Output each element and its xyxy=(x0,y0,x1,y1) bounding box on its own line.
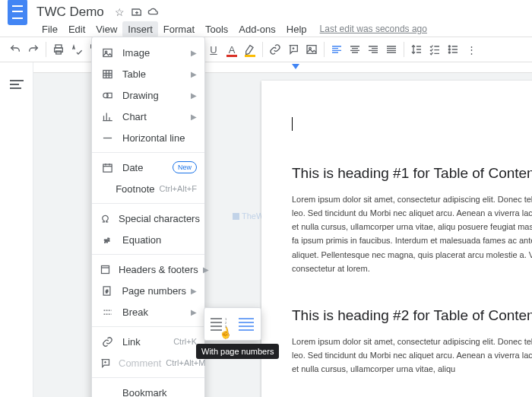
menu-file[interactable]: File xyxy=(36,21,63,37)
align-justify-button[interactable] xyxy=(382,40,401,59)
image-icon xyxy=(100,47,115,59)
insert-link-button[interactable] xyxy=(266,40,284,59)
shortcut-label: Ctrl+Alt+M xyxy=(166,358,205,367)
insert-dropdown[interactable]: Image▶Table▶Drawing▶Chart▶Horizontal lin… xyxy=(91,37,205,397)
svg-point-7 xyxy=(448,49,450,50)
svg-text:π²: π² xyxy=(104,236,109,243)
menu-item-image[interactable]: Image▶ xyxy=(92,42,204,63)
table-icon xyxy=(100,68,115,80)
comment-icon xyxy=(100,357,111,369)
menu-add-ons[interactable]: Add-ons xyxy=(233,21,280,37)
highlight-button[interactable] xyxy=(241,40,259,59)
menu-item-page-numbers[interactable]: #Page numbers▶ xyxy=(92,280,204,301)
heading-2[interactable]: This is heading #2 for Table of Contents xyxy=(292,307,532,324)
menu-item-label: Horizontal line xyxy=(122,132,197,144)
text-cursor xyxy=(292,117,293,131)
toc-with-links-option[interactable] xyxy=(236,313,258,335)
menu-item-special-characters[interactable]: Special characters xyxy=(92,208,204,229)
menu-edit[interactable]: Edit xyxy=(63,21,90,37)
add-comment-button[interactable] xyxy=(284,40,302,59)
paragraph[interactable]: Lorem ipsum dolor sit amet, consectetur … xyxy=(292,335,532,376)
spellcheck-button[interactable] xyxy=(68,40,86,59)
menu-view[interactable]: View xyxy=(90,21,122,37)
move-icon[interactable] xyxy=(131,6,143,18)
menu-item-label: Comment xyxy=(119,357,161,369)
submenu-arrow-icon: ▶ xyxy=(191,70,197,78)
menu-item-label: Page numbers xyxy=(122,285,186,297)
omega-icon xyxy=(100,213,111,224)
drawing-icon xyxy=(100,90,115,101)
align-left-button[interactable] xyxy=(328,40,346,59)
svg-rect-4 xyxy=(307,46,316,54)
left-sidebar xyxy=(0,62,33,397)
indent-marker-icon[interactable] xyxy=(292,64,299,69)
header-icon xyxy=(100,264,111,275)
menu-item-label: Footnote xyxy=(116,183,154,195)
svg-point-8 xyxy=(448,52,450,53)
pagenum-icon: # xyxy=(100,285,114,297)
undo-button[interactable] xyxy=(6,40,24,59)
print-button[interactable] xyxy=(49,40,68,59)
insert-image-button[interactable] xyxy=(302,40,321,59)
menu-item-break[interactable]: Break▶ xyxy=(92,301,204,322)
menu-item-drawing[interactable]: Drawing▶ xyxy=(92,84,204,106)
heading-1[interactable]: This is heading #1 for Table of Contents xyxy=(292,165,532,182)
chart-icon xyxy=(100,111,115,122)
submenu-arrow-icon: ▶ xyxy=(203,265,209,274)
redo-button[interactable] xyxy=(24,40,43,59)
align-center-button[interactable] xyxy=(346,40,364,59)
menu-bar: FileEditViewInsertFormatToolsAdd-onsHelp… xyxy=(0,20,532,37)
star-icon[interactable]: ☆ xyxy=(114,6,126,18)
menu-item-date[interactable]: DateNew xyxy=(92,157,204,178)
submenu-arrow-icon: ▶ xyxy=(191,113,197,121)
menu-item-label: Date xyxy=(122,162,168,173)
menu-separator xyxy=(92,377,204,378)
toc-submenu[interactable]: 123 xyxy=(204,307,261,341)
submenu-arrow-icon: ▶ xyxy=(191,287,197,295)
menu-item-table[interactable]: Table▶ xyxy=(92,63,204,84)
date-icon xyxy=(100,162,115,173)
menu-separator xyxy=(92,326,204,327)
align-right-button[interactable] xyxy=(364,40,382,59)
svg-rect-16 xyxy=(102,265,109,273)
menu-item-horizontal-line[interactable]: Horizontal line xyxy=(92,127,204,148)
menu-item-label: Image xyxy=(122,47,186,59)
menu-item-bookmark[interactable]: Bookmark xyxy=(92,382,204,397)
underline-button[interactable]: U xyxy=(204,40,223,59)
menu-item-label: Chart xyxy=(122,111,186,122)
menu-item-link[interactable]: LinkCtrl+K xyxy=(92,331,204,352)
link-icon xyxy=(100,336,115,348)
cloud-status-icon[interactable] xyxy=(147,6,160,18)
outline-icon[interactable] xyxy=(10,78,24,88)
hr-icon xyxy=(100,132,115,144)
submenu-arrow-icon: ▶ xyxy=(191,49,197,57)
shortcut-label: Ctrl+Alt+F xyxy=(159,184,197,193)
tooltip: With page numbers xyxy=(196,344,279,359)
menu-insert[interactable]: Insert xyxy=(122,21,158,37)
text-color-button[interactable]: A xyxy=(223,40,241,59)
title-bar: TWC Demo ☆ xyxy=(0,0,532,20)
line-spacing-button[interactable] xyxy=(407,40,426,59)
last-edit-link[interactable]: Last edit was seconds ago xyxy=(320,24,427,34)
svg-point-6 xyxy=(448,46,450,47)
menu-item-footnote[interactable]: FootnoteCtrl+Alt+F xyxy=(92,178,204,199)
menu-item-equation[interactable]: π²Equation xyxy=(92,229,204,250)
svg-rect-11 xyxy=(103,70,111,78)
docs-logo-icon[interactable] xyxy=(8,0,27,25)
doc-title[interactable]: TWC Demo xyxy=(36,5,104,20)
menu-format[interactable]: Format xyxy=(158,21,200,37)
menu-tools[interactable]: Tools xyxy=(200,21,233,37)
toolbar-more-button[interactable]: ⋮ xyxy=(462,40,480,59)
document-page[interactable]: This is heading #1 for Table of Contents… xyxy=(261,81,532,397)
menu-item-headers-footers[interactable]: Headers & footers▶ xyxy=(92,259,204,280)
new-badge: New xyxy=(173,161,197,173)
menu-separator xyxy=(92,152,204,153)
submenu-arrow-icon: ▶ xyxy=(191,91,197,100)
menu-item-label: Link xyxy=(122,336,169,348)
menu-help[interactable]: Help xyxy=(281,21,312,37)
menu-item-chart[interactable]: Chart▶ xyxy=(92,106,204,127)
paragraph[interactable]: Lorem ipsum dolor sit amet, consectetur … xyxy=(292,192,532,275)
checklist-button[interactable] xyxy=(426,40,444,59)
svg-rect-14 xyxy=(103,164,111,172)
bulleted-list-button[interactable] xyxy=(444,40,462,59)
